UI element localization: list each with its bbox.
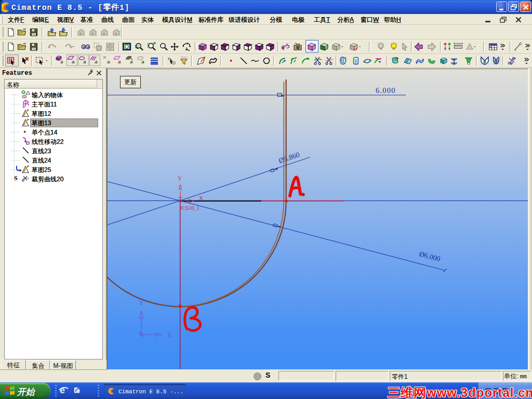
svg-text:6.000: 6.000 [376,86,396,95]
svg-text:Y: Y [178,175,182,181]
svg-text:Ø5.860: Ø5.860 [277,151,300,165]
svg-text:a: a [130,58,133,64]
svg-text:a: a [141,58,144,64]
svg-text:a: a [72,58,75,64]
svg-text:Y: Y [139,299,144,307]
svg-text:X: X [199,195,203,201]
svg-text:JCS10_1: JCS10_1 [180,205,200,211]
svg-text:Ø6.000: Ø6.000 [418,250,441,263]
svg-text:a: a [60,58,63,64]
svg-text:a: a [83,58,86,64]
svg-text:e: e [60,385,65,395]
svg-text:a: a [95,58,98,64]
svg-text:X: X [167,331,172,339]
svg-text:a: a [118,58,121,64]
svg-text:a: a [107,58,110,64]
